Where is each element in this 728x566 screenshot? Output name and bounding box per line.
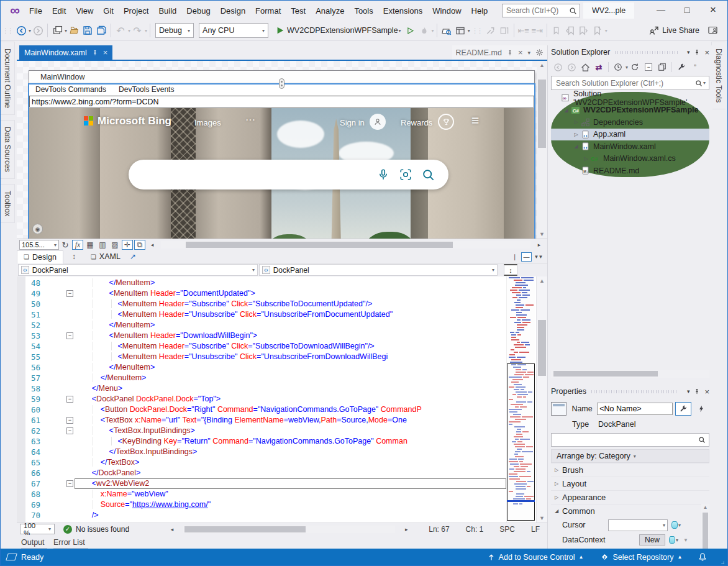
menu-file[interactable]: File [24, 4, 47, 18]
tab-design[interactable]: ❏Design [17, 250, 63, 263]
scrollbar-thumb[interactable] [538, 80, 546, 148]
tab-mainwindow-xaml[interactable]: MainWindow.xaml × [19, 45, 112, 60]
notifications-bell-icon[interactable] [698, 552, 707, 562]
minimap-viewport[interactable] [507, 363, 535, 521]
menu-design[interactable]: Design [216, 4, 250, 18]
issues-label[interactable]: No issues found [76, 525, 129, 534]
category-layout[interactable]: ▷Layout [551, 477, 709, 490]
close-button[interactable]: × [700, 1, 726, 19]
minimize-button[interactable]: — [648, 1, 674, 19]
refresh-icon[interactable] [629, 61, 641, 73]
properties-search-input[interactable] [555, 435, 698, 445]
live-share-label[interactable]: Live Share [662, 26, 699, 35]
restart-app-button[interactable] [498, 23, 511, 38]
menu-tools[interactable]: Tools [349, 4, 378, 18]
scroll-down-arrow[interactable]: ▼ [537, 515, 547, 521]
feedback-person-icon[interactable] [706, 23, 719, 38]
menu-help[interactable]: Help [466, 4, 493, 18]
effects-toggle-button[interactable]: fx [72, 240, 83, 250]
menu-build[interactable]: Build [153, 4, 181, 18]
bing-sign-in[interactable]: Sign in [340, 118, 365, 127]
decrease-indent-button[interactable]: ⇤≡ [517, 23, 530, 38]
category-appearance[interactable]: ▷Appearance [551, 490, 709, 504]
expander-expanded-icon[interactable]: ◢ [562, 107, 570, 113]
scrollbar-thumb[interactable] [538, 320, 546, 376]
menu-format[interactable]: Format [250, 4, 286, 18]
swap-panes-icon[interactable]: ↕ [68, 252, 80, 262]
selection-anchor-handle[interactable] [279, 78, 284, 89]
tab-diagnostic-tools[interactable]: Diagnostic Tools [711, 42, 726, 109]
scrollbar-thumb[interactable] [553, 371, 658, 377]
fold-collapse-icon[interactable]: − [66, 396, 73, 403]
fold-collapse-icon[interactable]: − [66, 417, 73, 424]
toolbar-grip-2[interactable]: ⋮⋮ [472, 27, 482, 34]
tree-item-readme-md[interactable]: M↓README.md [551, 165, 709, 177]
expander-expanded-icon[interactable]: ◢ [572, 144, 580, 149]
rewards-trophy-icon[interactable] [438, 114, 454, 130]
popout-xaml-icon[interactable]: ↗ [127, 252, 139, 262]
hot-reload-button[interactable] [418, 23, 430, 38]
solution-explorer-search-box[interactable]: ▾ [551, 76, 709, 90]
new-project-dropdown[interactable]: ▾ [65, 28, 67, 34]
resize-grip[interactable]: ⣠ [721, 558, 726, 564]
panel-menu-dropdown-icon[interactable]: ▾ [687, 388, 690, 395]
tab-group-settings-gear-icon[interactable] [535, 48, 544, 57]
solution-horizontal-scrollbar[interactable] [551, 370, 709, 378]
property-marker-icon[interactable] [671, 521, 678, 529]
pin-icon[interactable] [507, 49, 513, 57]
expander-collapsed-icon[interactable]: ▷ [551, 467, 562, 473]
tab-data-sources[interactable]: Data Sources [1, 120, 15, 179]
tab-error-list[interactable]: Error List [53, 538, 85, 547]
properties-vertical-scrollbar[interactable]: ▲ [701, 504, 709, 539]
design-horizontal-scrollbar[interactable] [161, 241, 530, 249]
panel-menu-dropdown-icon[interactable]: ▾ [687, 49, 690, 55]
properties-wrench-icon[interactable] [675, 61, 688, 73]
arrange-by-selector[interactable]: Arrange by: Category▾ [551, 449, 709, 463]
editor-vertical-scrollbar[interactable]: ▲ ▼ [536, 276, 547, 523]
fold-collapse-icon[interactable]: − [66, 332, 73, 339]
tab-xaml[interactable]: ❏XAML [84, 250, 127, 263]
expander-collapsed-icon[interactable]: ▷ [572, 119, 580, 125]
expander-collapsed-icon[interactable]: ▷ [582, 156, 590, 162]
bing-nav-images[interactable]: Images [194, 118, 221, 127]
menu-devtools-commands[interactable]: DevTools Commands [29, 85, 112, 94]
save-button[interactable] [81, 23, 94, 38]
new-project-button[interactable] [51, 23, 63, 38]
editor-zoom-dropdown[interactable]: 100 %▾ [20, 524, 55, 534]
bing-avatar[interactable] [370, 114, 386, 130]
tab-readme-md[interactable]: README.md [456, 48, 502, 57]
expander-collapsed-icon[interactable]: ▷ [551, 495, 562, 500]
close-panel-icon[interactable]: × [704, 48, 709, 57]
tab-document-outline[interactable]: Document Outline [1, 42, 15, 115]
find-in-files-button[interactable] [440, 23, 453, 38]
toggle-bookmark-button[interactable] [550, 23, 563, 38]
attach-to-process-button[interactable] [485, 23, 497, 38]
scroll-left-arrow[interactable]: ◂ [147, 240, 158, 250]
clear-bookmarks-button[interactable] [591, 23, 604, 38]
scroll-left-arrow[interactable]: ◂ [166, 524, 178, 534]
tree-item-solution-wv2cdpextensionwpfsample-[interactable]: ∞Solution 'WV2CDPExtensionWPFSample' [551, 92, 709, 104]
collapse-pane-button[interactable]: ▼▼ [533, 252, 544, 262]
scroll-up-arrow[interactable]: ▲ [537, 62, 547, 68]
solution-configuration-dropdown[interactable]: Debug▾ [155, 23, 194, 38]
code-minimap[interactable] [506, 276, 535, 523]
editor-horizontal-scrollbar[interactable] [183, 526, 395, 533]
preview-selected-items-icon[interactable] [656, 61, 668, 73]
artboard-address-bar[interactable] [29, 96, 534, 107]
menu-test[interactable]: Test [286, 4, 311, 18]
home-icon[interactable] [579, 61, 591, 73]
snap-to-grid-icon[interactable]: ▥ [97, 240, 108, 250]
tab-output[interactable]: Output [21, 538, 45, 547]
menu-git[interactable]: Git [98, 4, 119, 18]
design-vertical-scrollbar[interactable]: ▲ ▼ [537, 61, 547, 239]
fold-collapse-icon[interactable]: − [66, 427, 73, 434]
pin-icon[interactable] [92, 49, 98, 57]
window-layout-dropdown[interactable]: ▾ [468, 28, 470, 34]
scroll-right-arrow[interactable]: ▸ [401, 524, 412, 534]
select-repository-button[interactable]: Select Repository▲ [600, 552, 683, 562]
close-panel-icon[interactable]: × [704, 387, 709, 396]
wpf-artboard-window[interactable]: MainWindow DevTools Commands DevTools Ev… [29, 70, 535, 239]
menu-extensions[interactable]: Extensions [378, 4, 428, 18]
next-bookmark-button[interactable] [578, 23, 590, 38]
open-folder-button[interactable] [68, 23, 80, 38]
